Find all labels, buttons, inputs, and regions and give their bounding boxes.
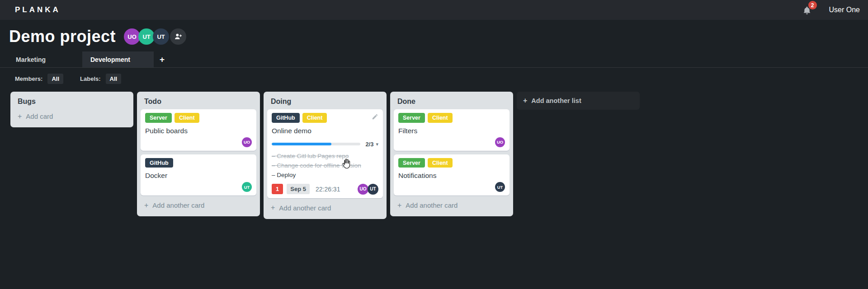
card-public-boards[interactable]: Server Client Public boards UO [141, 109, 256, 151]
timer-value[interactable]: 22:26:31 [316, 186, 340, 193]
due-date-chip[interactable]: Sep 5 [287, 184, 310, 194]
checklist-count: 2/3 [365, 141, 373, 148]
labels-filter-value[interactable]: All [106, 74, 122, 84]
filter-bar: Members: All Labels: All [0, 68, 868, 88]
label-github[interactable]: GitHub [272, 113, 300, 123]
card-title: Filters [398, 127, 505, 135]
list-title[interactable]: Bugs [10, 92, 133, 108]
topbar-right: 2 User One [802, 5, 860, 15]
task-item[interactable]: – Deploy [272, 170, 378, 180]
card-online-demo[interactable]: GitHub Client Online demo 2/3 ▾ [267, 109, 383, 198]
add-card-label: Add another card [152, 201, 204, 209]
avatar[interactable]: UO [242, 137, 252, 147]
plus-icon: + [18, 113, 22, 120]
pencil-icon [372, 113, 378, 120]
list-title[interactable]: Todo [137, 92, 260, 108]
project-members: UO UT UT [124, 28, 186, 45]
card-title: Docker [145, 172, 252, 180]
app-logo[interactable]: PLANKA [15, 5, 61, 14]
top-bar: PLANKA 2 User One [0, 0, 868, 20]
label-client[interactable]: Client [302, 113, 327, 123]
person-add-icon [174, 32, 183, 41]
edit-card-button[interactable] [372, 113, 378, 122]
card-title: Public boards [145, 127, 252, 135]
notification-badge: 2 [808, 1, 817, 9]
plus-icon: + [271, 204, 275, 211]
task-list: – Create GitHub Pages repo – Change code… [272, 151, 378, 180]
card-docker[interactable]: GitHub Docker UT [141, 154, 256, 196]
card-title: Notifications [398, 172, 505, 180]
label-client[interactable]: Client [175, 113, 199, 123]
labels-filter-label: Labels: [80, 75, 101, 82]
card-notifications[interactable]: Server Client Notifications UT [394, 154, 509, 196]
card-title: Online demo [272, 127, 378, 135]
avatar[interactable]: UT [368, 184, 378, 195]
list-doing: Doing GitHub Client Online demo [264, 92, 387, 219]
members-filter-value[interactable]: All [47, 74, 63, 84]
label-github[interactable]: GitHub [145, 158, 173, 168]
add-member-button[interactable] [170, 28, 186, 45]
checklist-progress[interactable]: 2/3 ▾ [272, 141, 378, 148]
checklist-progress-fill [272, 143, 331, 145]
label-client[interactable]: Client [428, 113, 453, 123]
label-server[interactable]: Server [398, 113, 425, 123]
chevron-down-icon[interactable]: ▾ [376, 141, 378, 147]
add-board-button[interactable]: + [160, 51, 165, 67]
members-filter-label: Members: [15, 75, 42, 82]
list-done: Done Server Client Filters UO Server Cli… [390, 92, 513, 216]
plus-icon: + [523, 97, 527, 104]
add-card-label: Add another card [406, 201, 458, 209]
notifications-button[interactable]: 2 [802, 5, 813, 15]
task-item[interactable]: – Create GitHub Pages repo [272, 151, 378, 161]
add-card-button[interactable]: + Add another card [137, 196, 260, 215]
avatar[interactable]: UT [138, 28, 155, 45]
avatar[interactable]: UT [153, 28, 169, 45]
add-card-button[interactable]: + Add another card [390, 196, 513, 215]
add-list-label: Add another list [531, 97, 581, 104]
add-card-label: Add another card [279, 204, 331, 212]
list-todo: Todo Server Client Public boards UO GitH… [137, 92, 260, 216]
list-title[interactable]: Doing [264, 92, 387, 108]
board-tabs: Marketing Development + [0, 51, 868, 68]
tab-development[interactable]: Development [82, 51, 154, 67]
progress-track [272, 143, 360, 145]
avatar[interactable]: UT [495, 182, 505, 192]
plus-icon: + [397, 202, 401, 209]
add-card-button[interactable]: + Add another card [264, 198, 387, 218]
add-card-label: Add card [26, 112, 53, 120]
board: Bugs + Add card Todo Server Client Publi… [0, 88, 868, 219]
project-title[interactable]: Demo project [9, 27, 116, 46]
card-members: UO UT [359, 184, 378, 195]
avatar[interactable]: UO [358, 184, 368, 195]
card-filters[interactable]: Server Client Filters UO [394, 109, 509, 151]
add-list-button[interactable]: + Add another list [517, 92, 640, 110]
add-card-button[interactable]: + Add card [10, 108, 133, 126]
label-server[interactable]: Server [145, 113, 172, 123]
avatar[interactable]: UT [242, 182, 252, 192]
label-server[interactable]: Server [398, 158, 425, 168]
label-client[interactable]: Client [428, 158, 453, 168]
notification-count-badge: 1 [272, 184, 283, 194]
list-bugs: Bugs + Add card [10, 92, 133, 127]
avatar[interactable]: UO [124, 28, 140, 45]
plus-icon: + [144, 202, 148, 209]
user-menu[interactable]: User One [829, 6, 860, 14]
project-header: Demo project UO UT UT [0, 20, 868, 48]
avatar[interactable]: UO [495, 137, 505, 147]
tab-marketing[interactable]: Marketing [16, 51, 82, 67]
task-item[interactable]: – Change code for offline version [272, 161, 378, 170]
list-title[interactable]: Done [390, 92, 513, 108]
